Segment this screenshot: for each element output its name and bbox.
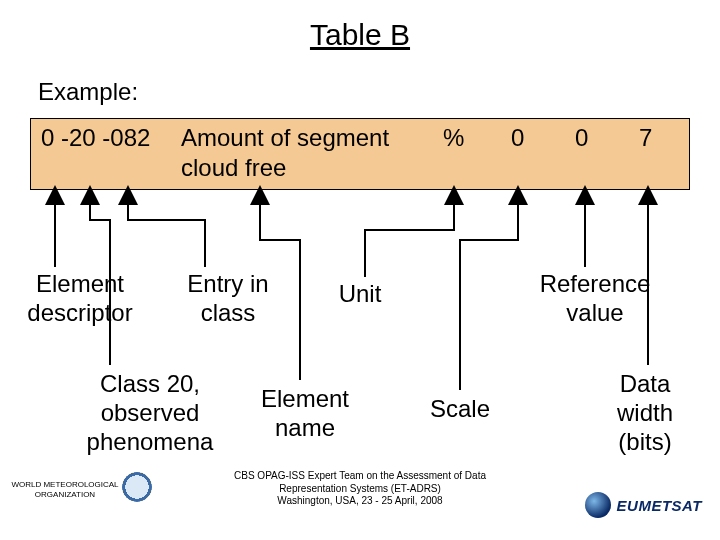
wmo-org-label: WORLD METEOROLOGICAL ORGANIZATION — [10, 480, 120, 499]
cell-data-width: 7 — [639, 123, 652, 153]
footer-line3: Washington, USA, 23 - 25 April, 2008 — [190, 495, 530, 508]
eumetsat-text: EUMETSAT — [617, 497, 702, 514]
label-element-name: Element name — [250, 385, 360, 443]
footer-line2: Representation Systems (ET-ADRS) — [190, 483, 530, 496]
eumetsat-logo: EUMETSAT — [585, 492, 702, 518]
cell-code: 0 -20 -082 — [41, 123, 150, 153]
label-element-descriptor: Element descriptor — [20, 270, 140, 328]
example-label: Example: — [38, 78, 138, 106]
cell-unit: % — [443, 123, 464, 153]
globe-icon — [585, 492, 611, 518]
cell-scale: 0 — [511, 123, 524, 153]
label-class20: Class 20, observed phenomena — [80, 370, 220, 456]
footer-line1: CBS OPAG-ISS Expert Team on the Assessme… — [190, 470, 530, 483]
label-scale: Scale — [420, 395, 500, 424]
label-data-width: Data width (bits) — [600, 370, 690, 456]
cell-name: Amount of segment cloud free — [181, 123, 441, 183]
wmo-logo-icon — [122, 472, 152, 502]
label-unit: Unit — [330, 280, 390, 309]
footer-text: CBS OPAG-ISS Expert Team on the Assessme… — [190, 470, 530, 508]
data-row: 0 -20 -082 Amount of segment cloud free … — [30, 118, 690, 190]
cell-reference: 0 — [575, 123, 588, 153]
label-reference-value: Reference value — [530, 270, 660, 328]
label-entry-in-class: Entry in class — [178, 270, 278, 328]
page-title: Table B — [0, 0, 720, 52]
